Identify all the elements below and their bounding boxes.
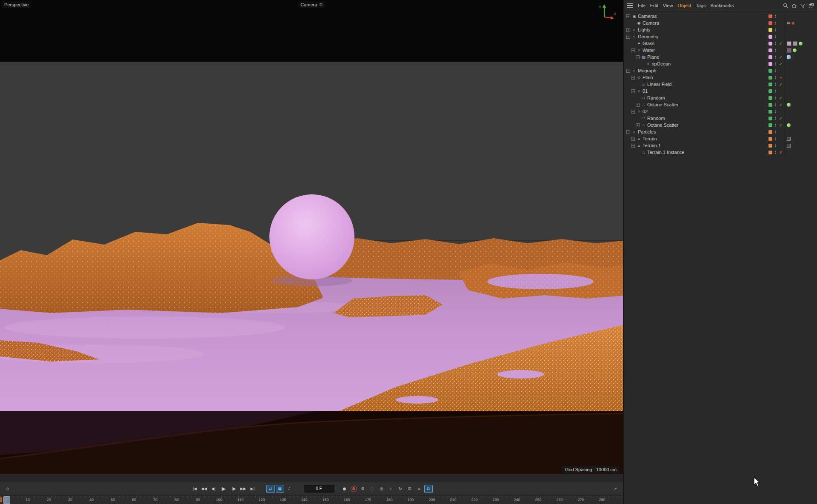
object-label[interactable]: Random (647, 95, 665, 100)
record-position-button[interactable]: + (387, 485, 395, 493)
layer-color-chip[interactable] (768, 96, 772, 100)
visibility-dots[interactable] (774, 22, 777, 25)
sphere-object[interactable] (269, 194, 354, 279)
object-row-terrain-1[interactable]: −▲Terrain.1 (624, 142, 817, 149)
current-frame-field[interactable]: 0 F (304, 485, 334, 493)
menu-view[interactable]: View (663, 3, 673, 8)
keyframe-selection-button[interactable]: ◌ (368, 485, 377, 493)
menu-bookmarks[interactable]: Bookmarks (710, 3, 734, 8)
view-mode-label[interactable]: Perspective (2, 1, 31, 8)
object-label[interactable]: Octane Scatter (647, 102, 678, 107)
prev-keyframe-button[interactable]: ◀◀ (200, 485, 209, 493)
object-row-octane-scatter[interactable]: +∴Octane Scatter✓ (624, 101, 817, 108)
layer-color-chip[interactable] (768, 21, 772, 25)
object-row-terrain-1-instance[interactable]: +△Terrain.1 Instance✗ (624, 149, 817, 156)
expander-icon[interactable]: + (626, 28, 630, 32)
enabled-state[interactable]: ✓ (777, 55, 785, 60)
object-label[interactable]: Terrain.1 (643, 143, 661, 148)
object-row-cameras[interactable]: −▣Cameras (624, 13, 817, 20)
layer-color-chip[interactable] (768, 42, 772, 46)
enabled-state[interactable]: ✓ (777, 103, 785, 107)
texture-thumb-icon[interactable] (787, 48, 791, 53)
enabled-state[interactable]: ✗ (777, 150, 785, 155)
object-row-water[interactable]: −○Water (624, 47, 817, 54)
expander-icon[interactable]: + (636, 103, 640, 107)
camera-label[interactable]: Camera ⊡ (298, 1, 325, 8)
visibility-dots[interactable] (774, 83, 777, 86)
object-row-lights[interactable]: +○Lights (624, 26, 817, 33)
solo-animation-button[interactable]: ◎ (377, 485, 386, 493)
visibility-dots[interactable] (774, 110, 777, 113)
layer-color-chip[interactable] (768, 137, 772, 141)
object-row-random[interactable]: +∷Random✓ (624, 94, 817, 101)
octane-material-icon[interactable] (787, 103, 791, 107)
target-tag-icon[interactable]: ⊕ (787, 21, 790, 25)
object-row-octane-scatter[interactable]: +∴Octane Scatter✓ (624, 122, 817, 128)
object-row-plain[interactable]: −◇Plain● (624, 74, 817, 81)
octane-material-icon[interactable] (799, 42, 803, 46)
layer-color-chip[interactable] (768, 69, 772, 73)
visibility-dots[interactable] (774, 69, 777, 72)
visibility-dots[interactable] (774, 124, 777, 127)
object-row-linear-field[interactable]: +▱Linear Field✓ (624, 81, 817, 88)
object-row-glass[interactable]: +●Glass✓ (624, 40, 817, 47)
layer-color-chip[interactable] (768, 89, 772, 93)
record-keyframe-button[interactable]: ● (340, 485, 349, 493)
filter-icon[interactable] (800, 3, 806, 9)
visibility-dots[interactable] (774, 117, 777, 120)
visibility-dots[interactable] (774, 90, 777, 93)
expander-icon[interactable]: − (631, 110, 635, 114)
layer-color-chip[interactable] (768, 48, 772, 52)
visibility-dots[interactable] (774, 42, 777, 45)
enabled-state[interactable]: ✓ (777, 62, 785, 66)
layer-color-chip[interactable] (768, 130, 772, 134)
object-label[interactable]: Plain (643, 75, 653, 80)
visibility-dots[interactable] (774, 103, 777, 106)
object-label[interactable]: Glass (643, 41, 654, 46)
object-label[interactable]: Cameras (638, 14, 657, 19)
object-label[interactable]: Water (643, 48, 655, 53)
autokey-button[interactable]: A (351, 486, 357, 492)
visibility-dots[interactable] (774, 97, 777, 100)
menu-tags[interactable]: Tags (696, 3, 706, 8)
texture-thumb-icon[interactable] (793, 41, 797, 46)
viewport-3d[interactable]: Perspective Camera ⊡ Y X Grid Spacing : … (0, 0, 623, 474)
object-label[interactable]: Random (647, 116, 665, 121)
visibility-dots[interactable] (774, 56, 777, 59)
layer-color-chip[interactable] (768, 83, 772, 86)
visibility-dots[interactable] (774, 49, 777, 52)
object-label[interactable]: Mograph (638, 68, 656, 73)
expand-timeline-button[interactable]: ↗ (611, 485, 620, 493)
object-row-plane[interactable]: −▤Plane✓ (624, 54, 817, 60)
expander-icon[interactable]: − (626, 130, 630, 134)
expander-icon[interactable]: − (631, 144, 635, 148)
camera-dropdown-icon[interactable]: ⊡ (319, 3, 323, 7)
octane-material-icon[interactable] (793, 48, 797, 52)
layer-color-chip[interactable] (768, 117, 772, 120)
menu-edit[interactable]: Edit (650, 3, 658, 8)
object-row-02[interactable]: −○02 (624, 108, 817, 115)
object-label[interactable]: xpOcean (652, 61, 671, 66)
layer-color-chip[interactable] (768, 151, 772, 154)
object-label[interactable]: Lights (638, 27, 650, 32)
layer-color-chip[interactable] (768, 103, 772, 107)
object-row-xpocean[interactable]: +≈xpOcean✓ (624, 60, 817, 67)
goto-start-button[interactable]: |◀ (191, 485, 199, 493)
visibility-dots[interactable] (774, 131, 777, 134)
object-label[interactable]: Camera (643, 20, 659, 26)
layer-color-chip[interactable] (768, 55, 772, 59)
record-scale-button[interactable]: ⊡ (406, 485, 414, 493)
visibility-dots[interactable] (774, 76, 777, 79)
enabled-state[interactable]: ✓ (777, 96, 785, 100)
object-row-camera[interactable]: +◉Camera⊕◉ (624, 20, 817, 26)
record-parameters-button[interactable]: ≡ (415, 485, 423, 493)
layer-color-chip[interactable] (768, 62, 772, 66)
goto-end-button[interactable]: ▶| (249, 485, 257, 493)
layout-icon[interactable] (808, 3, 814, 9)
keyframe-diamond-button[interactable]: ◇ (3, 485, 12, 493)
visibility-dots[interactable] (774, 15, 777, 18)
enabled-state[interactable]: ✓ (777, 41, 785, 46)
layer-color-chip[interactable] (768, 28, 772, 32)
expander-icon[interactable]: + (631, 137, 635, 141)
menu-icon[interactable] (627, 3, 633, 8)
